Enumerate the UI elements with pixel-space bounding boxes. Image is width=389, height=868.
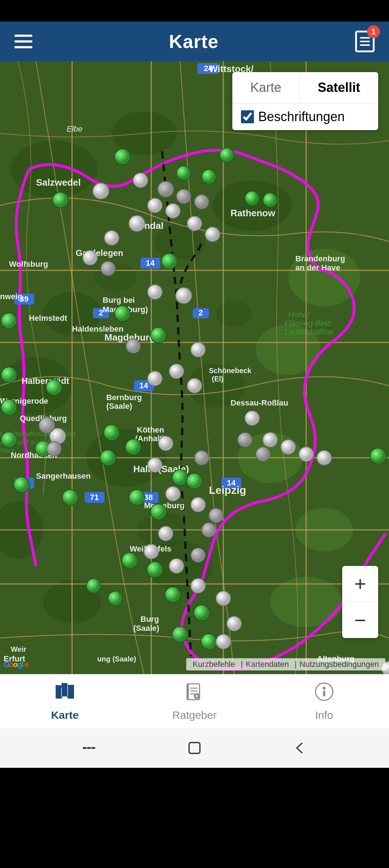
svg-point-162 <box>101 261 115 276</box>
svg-rect-196 <box>323 691 325 696</box>
svg-text:Burg bei: Burg bei <box>103 296 135 305</box>
svg-point-101 <box>46 380 62 395</box>
svg-text:l: l <box>22 660 24 669</box>
svg-rect-180 <box>68 685 73 698</box>
map-type-karte-button[interactable]: Karte <box>232 72 300 103</box>
svg-point-155 <box>263 433 277 447</box>
svg-point-129 <box>166 204 180 218</box>
svg-point-131 <box>104 231 119 245</box>
zoom-controls: + − <box>342 566 378 638</box>
svg-point-111 <box>187 473 202 489</box>
nav-label-ratgeber: Ratgeber <box>172 709 216 721</box>
status-bar <box>0 0 389 22</box>
svg-point-171 <box>191 548 205 562</box>
nav-item-karte[interactable]: Karte <box>29 682 101 721</box>
svg-text:Dessau-Roßlau: Dessau-Roßlau <box>231 398 288 407</box>
zoom-in-button[interactable]: + <box>342 566 378 602</box>
svg-point-100 <box>1 367 17 383</box>
svg-point-169 <box>209 508 223 523</box>
svg-text:(Saale): (Saale) <box>106 402 132 411</box>
attribution-kartendaten[interactable]: Kartendaten <box>238 660 292 669</box>
hamburger-menu-button[interactable] <box>14 35 32 48</box>
svg-point-125 <box>108 591 122 606</box>
svg-point-159 <box>158 181 174 197</box>
nav-label-karte: Karte <box>51 709 79 721</box>
svg-point-95 <box>202 169 216 184</box>
attribution-nutzungsbedingungen[interactable]: Nutzungsbedingungen <box>292 660 382 669</box>
svg-point-133 <box>187 216 202 231</box>
svg-text:Halberstädt: Halberstädt <box>22 376 69 386</box>
svg-text:Sangerhausen: Sangerhausen <box>36 471 91 480</box>
svg-point-18 <box>216 301 252 326</box>
attribution-links: Kurzbefehle Kartendaten Nutzungsbedingun… <box>186 658 385 670</box>
svg-point-154 <box>245 411 259 425</box>
svg-point-163 <box>126 339 140 353</box>
svg-point-123 <box>263 193 277 207</box>
svg-text:Elbe: Elbe <box>67 124 82 133</box>
svg-point-128 <box>148 198 162 213</box>
svg-point-96 <box>161 253 177 269</box>
svg-point-97 <box>115 306 130 322</box>
svg-text:Köthen: Köthen <box>137 425 164 434</box>
notification-badge: 1 <box>367 25 380 38</box>
svg-point-121 <box>220 148 234 162</box>
svg-text:Brandenburg: Brandenburg <box>295 254 345 263</box>
svg-point-120 <box>370 448 386 464</box>
svg-point-134 <box>205 227 220 242</box>
info-icon <box>314 682 334 706</box>
beschriftungen-checkbox[interactable] <box>241 110 254 123</box>
svg-point-145 <box>191 497 205 512</box>
svg-point-168 <box>194 451 209 465</box>
svg-point-148 <box>169 559 184 573</box>
nav-item-info[interactable]: Info <box>288 682 360 721</box>
svg-text:Leipzig: Leipzig <box>209 484 246 496</box>
svg-point-113 <box>151 504 166 520</box>
svg-point-143 <box>148 458 162 472</box>
svg-point-147 <box>144 544 158 559</box>
svg-point-158 <box>317 451 331 465</box>
svg-point-106 <box>62 490 78 505</box>
svg-point-137 <box>191 342 205 357</box>
svg-text:Rathenow: Rathenow <box>231 208 276 218</box>
svg-text:e: e <box>24 660 29 669</box>
nav-item-ratgeber[interactable]: Ratgeber <box>158 682 231 721</box>
zoom-out-button[interactable]: − <box>342 602 378 638</box>
notification-button[interactable]: 1 <box>355 31 375 52</box>
svg-point-93 <box>115 149 130 165</box>
map-type-satellit-button[interactable]: Satellit <box>300 72 378 103</box>
svg-text:14: 14 <box>146 258 155 267</box>
svg-text:Helmstedt: Helmstedt <box>29 314 67 323</box>
back-button[interactable] <box>289 737 311 759</box>
svg-point-124 <box>86 579 101 593</box>
svg-point-136 <box>176 288 192 304</box>
svg-text:Wolfsburg: Wolfsburg <box>9 260 48 269</box>
svg-text:38: 38 <box>144 493 153 502</box>
svg-text:Weir: Weir <box>11 645 26 653</box>
svg-point-114 <box>122 553 138 568</box>
svg-point-118 <box>172 626 188 642</box>
svg-point-116 <box>165 587 181 603</box>
map-attribution: G o o g l e Kurzbefehle Kartendaten Nutz… <box>0 658 389 670</box>
map-container[interactable]: Elbe 24 14 2 2 14 39 38 71 38 14 Wi <box>0 61 389 674</box>
svg-point-170 <box>202 523 216 537</box>
svg-text:nweig: nweig <box>0 292 22 301</box>
svg-rect-200 <box>189 743 200 753</box>
svg-point-150 <box>216 591 231 606</box>
svg-point-135 <box>148 285 162 299</box>
svg-point-99 <box>151 327 166 343</box>
google-logo: G o o g l e <box>4 659 32 669</box>
svg-point-142 <box>158 436 173 451</box>
svg-point-160 <box>176 189 191 204</box>
header: Karte 1 <box>0 22 389 61</box>
svg-point-112 <box>129 490 145 505</box>
recent-apps-button[interactable] <box>78 737 100 759</box>
svg-point-132 <box>83 251 97 265</box>
attribution-kurzbefehle[interactable]: Kurzbefehle <box>190 660 238 669</box>
nav-label-info: Info <box>315 709 333 721</box>
home-button[interactable] <box>184 737 205 759</box>
page-title: Karte <box>169 31 219 52</box>
system-nav-bar <box>0 728 389 768</box>
svg-text:Bernburg: Bernburg <box>106 393 142 402</box>
svg-point-117 <box>194 605 210 621</box>
svg-point-161 <box>194 195 209 209</box>
